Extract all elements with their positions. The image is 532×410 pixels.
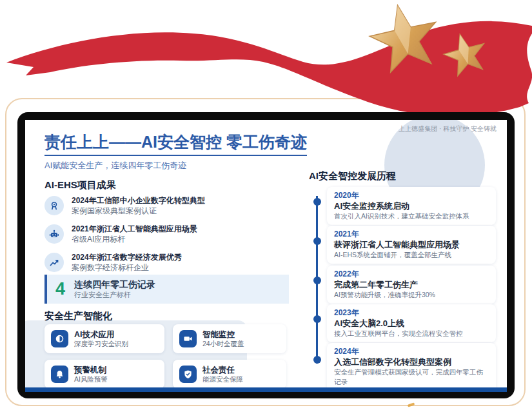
timeline-card-2021: 2021年 获评浙江省人工智能典型应用场景 AI-EHS系统全面铺开，覆盖全部生… xyxy=(327,226,496,264)
timeline-title: 入选工信部数字化转型典型案例 xyxy=(334,357,489,368)
timeline-year: 2023年 xyxy=(334,308,489,318)
capability-card: AI技术应用 深度学习安全识别 xyxy=(44,324,164,353)
timeline-title: 获评浙江省人工智能典型应用场景 xyxy=(334,240,489,251)
timeline-card-2024: 2024年 入选工信部数字化转型典型案例 安全生产管理模式获国家级认可，完成四年… xyxy=(327,343,496,392)
timeline-dot xyxy=(313,356,321,364)
timeline-dot xyxy=(313,315,321,323)
medal-icon xyxy=(44,196,64,215)
timeline-title: AI安全监控系统启动 xyxy=(334,201,489,212)
video-camera-icon xyxy=(179,330,197,347)
timeline-year: 2022年 xyxy=(334,269,489,280)
device-frame: 上上德盛集团 · 科技守护 安全铸就 责任上上——AI安全智控 零工伤奇迹 AI… xyxy=(17,112,515,398)
timeline-title: AI安全大脑2.0上线 xyxy=(334,318,489,329)
smart-safety-heading: 安全生产智能化 xyxy=(44,310,112,322)
capability-title: 社会责任 xyxy=(202,365,243,375)
capability-subtitle: 深度学习安全识别 xyxy=(74,340,128,349)
capability-title: 预警机制 xyxy=(74,365,108,375)
timeline-card-2023: 2023年 AI安全大脑2.0上线 接入工业互联网平台，实现全流程安全管控 xyxy=(327,304,496,342)
robot-icon xyxy=(44,224,64,244)
ai-core-icon xyxy=(51,330,68,347)
timeline-year: 2024年 xyxy=(334,347,489,357)
alarm-bell-icon xyxy=(51,366,68,383)
trend-chart-icon xyxy=(44,253,64,272)
timeline-desc: AI-EHS系统全面铺开，覆盖全部生产线 xyxy=(334,250,489,259)
highlight-title: 连续四年零工伤记录 xyxy=(74,279,155,291)
slide-subtitle: AI赋能安全生产，连续四年零工伤奇迹 xyxy=(44,160,186,171)
highlight-subtitle: 行业安全生产标杆 xyxy=(74,290,155,299)
capability-subtitle: AI风险预警 xyxy=(74,375,108,384)
timeline-year: 2020年 xyxy=(334,191,489,201)
list-item: 2021年浙江省人工智能典型应用场景 省级AI应用标杆 xyxy=(44,224,299,252)
capability-grid: AI技术应用 深度学习安全识别 智能监控 24小时全覆盖 预警机制 xyxy=(44,324,286,389)
achievement-line2: 案例国家级典型案例认证 xyxy=(72,206,205,216)
timeline-year: 2021年 xyxy=(334,229,489,240)
achievement-line1: 2021年浙江省人工智能典型应用场景 xyxy=(72,224,197,234)
zero-injury-highlight: 4 连续四年零工伤记录 行业安全生产标杆 xyxy=(44,275,289,304)
capability-card: 智能监控 24小时全覆盖 xyxy=(173,324,286,353)
ribbon-shape xyxy=(6,21,532,116)
shield-icon xyxy=(179,366,197,383)
achievement-line1: 2024年浙江省数字经济发展优秀 xyxy=(72,252,182,262)
timeline-card-2022: 2022年 完成第二年零工伤生产 AI预警功能升级，准确率提升30% xyxy=(327,266,496,304)
capability-card: 预警机制 AI风险预警 xyxy=(44,360,164,389)
highlight-number: 4 xyxy=(55,279,65,299)
timeline-title: 完成第二年零工伤生产 xyxy=(334,280,489,291)
timeline-desc: AI预警功能升级，准确率提升30% xyxy=(334,290,489,299)
timeline-dot xyxy=(313,237,321,245)
timeline-desc: 首次引入AI识别技术，建立基础安全监控体系 xyxy=(334,211,489,220)
timeline-dot xyxy=(313,198,321,206)
capability-title: 智能监控 xyxy=(202,329,244,340)
achievements-list: 2024年工信部中小企业数字化转型典型 案例国家级典型案例认证 2021年浙江省… xyxy=(44,195,299,280)
timeline-desc: 接入工业互联网平台，实现全流程安全管控 xyxy=(334,329,489,338)
timeline-card-2020: 2020年 AI安全监控系统启动 首次引入AI识别技术，建立基础安全监控体系 xyxy=(327,187,496,225)
achievement-line2: 省级AI应用标杆 xyxy=(72,234,197,244)
capability-title: AI技术应用 xyxy=(74,329,128,340)
timeline-dot xyxy=(313,277,321,284)
list-item: 2024年工信部中小企业数字化转型典型 案例国家级典型案例认证 xyxy=(44,195,299,224)
company-watermark: 上上德盛集团 · 科技守护 安全铸就 xyxy=(399,124,497,133)
achievements-heading: AI-EHS项目成果 xyxy=(44,179,116,191)
achievement-line1: 2024年工信部中小企业数字化转型典型 xyxy=(72,195,205,206)
slide-bottom-bar xyxy=(25,387,507,392)
capability-subtitle: 能源安全保障 xyxy=(202,375,243,384)
timeline-heading: AI安全智控发展历程 xyxy=(309,170,396,182)
capability-card: 社会责任 能源安全保障 xyxy=(173,360,286,389)
slide-title: 责任上上——AI安全智控 零工伤奇迹 xyxy=(44,132,307,156)
slide: 上上德盛集团 · 科技守护 安全铸就 责任上上——AI安全智控 零工伤奇迹 AI… xyxy=(25,120,507,392)
capability-subtitle: 24小时全覆盖 xyxy=(202,340,244,349)
achievement-line2: 案例数字经济标杆企业 xyxy=(72,262,182,273)
timeline-desc: 安全生产管理模式获国家级认可，完成四年零工伤记录 xyxy=(334,367,489,386)
